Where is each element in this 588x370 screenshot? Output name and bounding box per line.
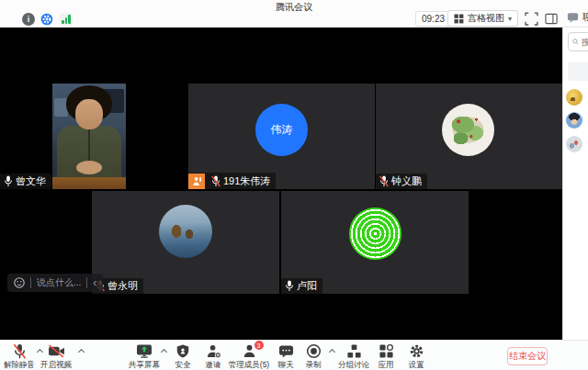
video-grid: 曾文华 伟涛 191朱伟涛	[0, 28, 562, 340]
participant-name-tag: 钟义鹏	[376, 174, 427, 189]
avatar	[349, 207, 401, 260]
end-meeting-button[interactable]: 结束会议	[507, 347, 548, 365]
quick-message-bar[interactable]: 说点什么... ‹	[7, 274, 103, 292]
start-video-button[interactable]: 开启视频	[35, 343, 77, 370]
members-badge: 3	[254, 341, 264, 350]
view-mode-button[interactable]: 宫格视图 ▾	[447, 10, 518, 27]
chat-avatar	[566, 112, 582, 129]
network-signal-icon[interactable]	[60, 13, 73, 26]
gear-icon	[40, 13, 53, 26]
raise-hand-icon	[188, 174, 205, 189]
breakout-rooms-icon	[346, 343, 362, 359]
chat-bubble-icon	[278, 344, 294, 359]
chat-avatar	[566, 89, 582, 106]
mic-on-icon	[285, 280, 294, 292]
shield-icon	[175, 343, 190, 359]
video-tile-zengyongming[interactable]: 曾永明	[92, 191, 279, 294]
settings-shield-icon[interactable]	[40, 13, 53, 26]
search-icon	[572, 38, 579, 46]
view-mode-label: 宫格视图	[468, 12, 504, 25]
message-placeholder[interactable]: 说点什么...	[37, 276, 81, 289]
video-tile-zengwenhua[interactable]: 曾文华	[0, 84, 187, 189]
gear-icon	[409, 343, 424, 359]
mic-muted-icon	[13, 343, 27, 359]
chevron-down-icon: ▾	[508, 15, 512, 23]
share-screen-icon	[136, 343, 153, 359]
mic-on-icon	[4, 175, 13, 187]
record-icon	[306, 343, 322, 359]
invite-person-icon	[206, 343, 221, 359]
participant-name-tag: 卢阳	[281, 278, 322, 294]
chat-search-box[interactable]	[568, 32, 588, 51]
emoji-icon[interactable]	[14, 277, 25, 288]
share-screen-button[interactable]: 共享屏幕	[123, 343, 165, 370]
chat-bubble-icon	[567, 12, 579, 23]
video-tile-luyang[interactable]: 卢阳	[281, 191, 469, 294]
top-bar: 腾讯会议 i 09:23 宫格视图 ▾ 聊	[0, 0, 588, 28]
chat-notice-band	[568, 62, 588, 81]
mic-muted-icon	[211, 175, 220, 187]
participant-video	[52, 84, 126, 189]
layout-panel-icon	[545, 12, 559, 26]
record-button[interactable]: 录制	[292, 343, 334, 370]
search-input[interactable]	[582, 37, 588, 47]
grid-view-icon	[454, 14, 464, 24]
info-icon[interactable]: i	[22, 13, 35, 26]
apps-grid-icon	[379, 343, 394, 359]
participant-name-tag: 191朱伟涛	[188, 173, 276, 189]
video-tile-zhongyipeng[interactable]: 钟义鹏	[376, 84, 562, 189]
side-panel-toggle-button[interactable]	[545, 12, 560, 27]
chat-panel-header: 聊天	[567, 11, 588, 24]
chat-panel	[562, 28, 588, 370]
collapse-message-bar-icon[interactable]: ‹	[93, 278, 96, 287]
fullscreen-button[interactable]	[525, 12, 539, 27]
meeting-toolbar: 解除静音 开启视频 共享屏幕	[0, 340, 588, 370]
avatar	[159, 205, 212, 258]
video-tile-zhuweitao[interactable]: 伟涛 191朱伟涛	[188, 84, 375, 189]
fullscreen-icon	[525, 12, 538, 26]
avatar: 伟涛	[255, 104, 308, 156]
mic-muted-icon	[379, 175, 389, 187]
camera-muted-icon	[48, 344, 65, 358]
video-options-chevron[interactable]	[78, 349, 85, 355]
chat-avatar	[566, 136, 582, 152]
settings-button[interactable]: 设置	[395, 343, 437, 370]
meeting-time: 09:23	[415, 11, 451, 27]
avatar	[442, 104, 494, 156]
participant-name-tag: 曾文华	[0, 174, 51, 189]
